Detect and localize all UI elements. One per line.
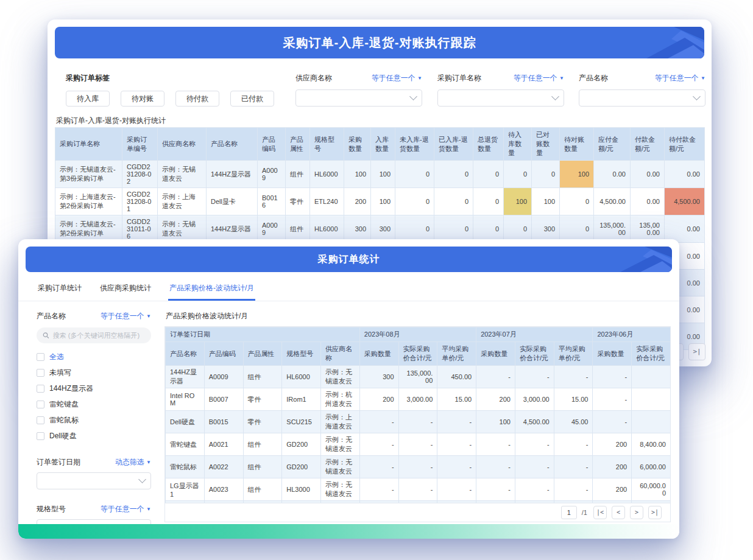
checkbox[interactable] (37, 416, 44, 424)
table-row: 示例：无锡道友云-第2份采购订单CGDD231011-06示例：无锡道友云144… (55, 215, 705, 243)
column-header: 实际采购价合计/元 (515, 342, 554, 366)
column-header: 规格型号 (282, 342, 321, 366)
first-page-button[interactable]: |< (593, 506, 607, 519)
tracking-window-banner: 采购订单-入库-退货-对账执行跟踪 (55, 27, 704, 58)
table-cell: CGDD231208-01 (122, 188, 158, 215)
column-header: 待付款金额/元 (665, 128, 705, 161)
filter-product-select[interactable] (579, 89, 705, 107)
table-cell: ETL240 (310, 188, 344, 215)
option-label: 未填写 (49, 368, 71, 378)
filter-supplier-operator-link[interactable]: 等于任意一个 ▼ (372, 73, 422, 83)
tracking-table-header-row: 采购订单名称采购订单编号供应商名称产品名称产品编码产品属性规格型号采购数量入库数… (55, 128, 705, 161)
group-header: 订单签订日期 (166, 327, 360, 342)
product-filter-operator-link[interactable]: 等于任意一个 ▼ (101, 311, 151, 321)
prev-page-button[interactable]: < (612, 506, 625, 519)
table-row: Dell硬盘B0015零件SCU215示例：上海道友云---1004,500.0… (166, 411, 671, 433)
table-cell: 示例：无锡道友云 (321, 478, 360, 501)
table-cell: 示例：无锡道友云-第3份采购订单 (55, 161, 122, 188)
column-header: 产品编码 (258, 128, 286, 161)
table-cell: B0007 (204, 388, 243, 411)
table-cell: A0021 (204, 433, 243, 456)
last-page-button[interactable]: >| (648, 506, 662, 519)
checkbox[interactable] (37, 432, 44, 440)
table-cell (632, 411, 670, 433)
table-cell: - (359, 411, 398, 433)
table-cell: - (554, 478, 593, 501)
table-cell: 300 (371, 215, 395, 243)
tag-button[interactable]: 待入库 (66, 91, 110, 107)
tag-button[interactable]: 已付款 (230, 91, 274, 107)
tag-button[interactable]: 待对账 (121, 91, 164, 107)
product-filter-label: 产品名称 (37, 311, 66, 321)
table-cell: 组件 (243, 366, 282, 388)
filter-supplier-select[interactable] (295, 89, 422, 107)
table-cell: - (437, 411, 476, 433)
table-cell: - (515, 433, 554, 456)
table-cell: - (476, 478, 515, 501)
tracking-table-title: 采购订单-入库-退货-对账执行统计 (56, 116, 704, 126)
filter-product-operator-link[interactable]: 等于任意一个 ▼ (655, 73, 705, 83)
table-cell: 4,500.00 (594, 188, 631, 215)
table-cell: 3,000.00 (398, 388, 437, 411)
table-row: 示例：无锡道友云-第3份采购订单CGDD231208-02示例：无锡道友云144… (55, 161, 705, 188)
table-cell: - (515, 366, 554, 388)
filter-order-name-select[interactable] (437, 89, 564, 107)
column-header: 规格型号 (310, 128, 344, 161)
table-cell: - (593, 411, 632, 433)
table-cell: 组件 (243, 456, 282, 478)
table-cell: 450.00 (437, 366, 476, 388)
column-header: 产品属性 (243, 342, 282, 366)
page-number-input[interactable] (561, 506, 577, 519)
table-cell: 0 (560, 215, 594, 243)
table-cell: 6,000.00 (632, 456, 670, 478)
stats-table-scroll[interactable]: 订单签订日期2023年08月2023年07月2023年06月 产品名称产品编码产… (165, 327, 670, 503)
filter-product: 产品名称 等于任意一个 ▼ (579, 73, 705, 107)
table-cell: 100 (476, 411, 515, 433)
table-row: 144HZ显示器A0009组件HL6000示例：无锡道友云300135,000.… (166, 366, 671, 388)
table-cell: - (437, 478, 476, 501)
stats-table-group-header-row: 订单签订日期2023年08月2023年07月2023年06月 (166, 327, 671, 342)
table-cell: 60,000.00 (632, 478, 670, 501)
tracking-last-page-button[interactable]: >| (688, 343, 705, 360)
tab-1[interactable]: 供应商采购统计 (99, 279, 152, 301)
column-header: 待对账数量 (560, 128, 594, 161)
table-cell: 零件 (286, 188, 310, 215)
column-header: 采购数量 (593, 342, 632, 366)
tag-button[interactable]: 待付款 (175, 91, 219, 107)
table-cell: 示例：无锡道友云 (158, 161, 207, 188)
table-cell: 组件 (243, 478, 282, 501)
table-cell: 100 (371, 188, 395, 215)
bottom-accent-bar (18, 524, 679, 539)
date-filter-select[interactable] (37, 472, 151, 489)
table-cell: 135,000.00 (594, 215, 631, 243)
column-header: 采购数量 (476, 342, 515, 366)
checkbox[interactable] (37, 369, 44, 377)
table-cell: 组件 (243, 433, 282, 456)
table-cell: HL3000 (282, 478, 321, 501)
date-filter-operator-link[interactable]: 动态筛选 ▼ (115, 457, 151, 467)
next-page-button[interactable]: > (630, 506, 643, 519)
tab-0[interactable]: 采购订单统计 (37, 279, 83, 301)
table-cell: 3,000.00 (515, 388, 554, 411)
table-cell: HL6000 (310, 215, 344, 243)
tags-label: 采购订单标签 (66, 73, 274, 83)
table-cell: HL6000 (310, 161, 344, 188)
table-cell: 0.00 (594, 161, 631, 188)
tab-2[interactable]: 产品采购价格-波动统计/月 (168, 279, 255, 301)
stats-window-title: 采购订单统计 (318, 253, 380, 266)
filter-order-name-operator-link[interactable]: 等于任意一个 ▼ (514, 73, 564, 83)
table-cell: 15.00 (437, 388, 476, 411)
product-search-input[interactable] (53, 332, 145, 339)
table-cell: - (398, 433, 437, 456)
product-option: 全选 (37, 351, 151, 363)
stats-window: 采购订单统计 采购订单统计供应商采购统计产品采购价格-波动统计/月 产品名称 等… (18, 239, 679, 539)
spec-filter-operator-link[interactable]: 等于任意一个 ▼ (101, 504, 151, 514)
table-cell: LG显示器1 (166, 478, 205, 501)
checkbox[interactable] (37, 353, 44, 361)
column-header: 产品名称 (166, 342, 205, 366)
table-cell: Dell显卡 (207, 188, 258, 215)
table-cell: 100 (371, 161, 395, 188)
checkbox[interactable] (37, 401, 44, 408)
column-header: 供应商名称 (321, 342, 360, 366)
checkbox[interactable] (37, 385, 44, 393)
